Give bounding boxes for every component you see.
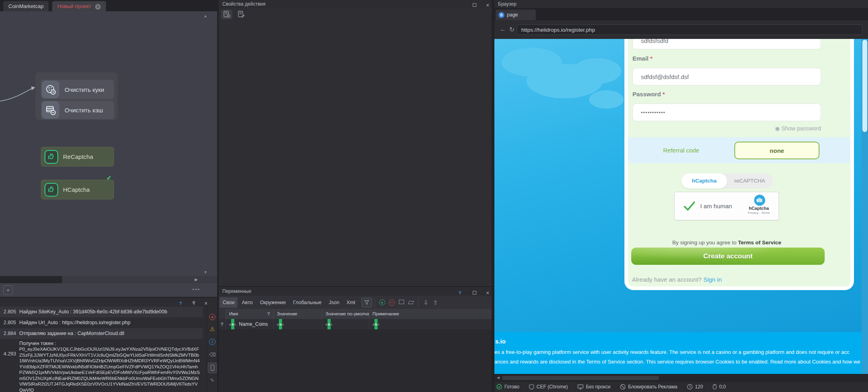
status-adblock[interactable]: Блокировать Реклама <box>620 384 677 390</box>
scrollbar-thumb[interactable] <box>862 40 867 132</box>
pin-icon[interactable] <box>191 299 197 307</box>
scroll-right-icon[interactable]: ▶ <box>195 277 198 282</box>
referral-input[interactable] <box>734 142 819 159</box>
browser-horizontal-scrollbar[interactable]: ◀ <box>494 374 868 381</box>
select-frame-button[interactable] <box>397 299 405 305</box>
show-password-toggle[interactable]: ◉ Show password <box>775 125 821 132</box>
scroll-left-icon[interactable]: ◀ <box>497 376 500 380</box>
node-hcaptcha[interactable]: HCaptcha <box>41 180 114 199</box>
log-row[interactable]: 2.805 Найден Url_Auto : https://helidrop… <box>0 317 203 328</box>
tab-environment[interactable]: Окружение <box>257 297 289 308</box>
footer-text-line: es a free-to-play gaming platform servic… <box>494 349 862 355</box>
page-vertical-scrollbar[interactable] <box>862 39 868 374</box>
tab-own-variables[interactable]: Свои <box>220 297 238 308</box>
puzzle-icon <box>45 150 58 164</box>
back-icon[interactable]: ← <box>500 26 506 33</box>
canvas-horizontal-scrollbar[interactable]: ▶ <box>0 276 217 283</box>
variable-note-cell[interactable]: abc <box>369 319 492 329</box>
filter-icon[interactable] <box>266 312 271 316</box>
close-tab-icon[interactable]: ✕ <box>95 4 101 10</box>
row-filter-icon <box>219 319 226 329</box>
canvas-scroll-up-icon[interactable]: ▲ <box>203 14 207 18</box>
log-row[interactable]: 2.805 Найден SiteKey_Auto : 391d405b-6e0… <box>0 307 203 317</box>
scrollbar-thumb[interactable] <box>502 376 659 380</box>
url-input[interactable] <box>517 24 862 35</box>
project-tabbar: CoinMarketcap Новый проект✕ <box>0 0 217 11</box>
email-input[interactable] <box>632 68 821 85</box>
action-edit-icon[interactable] <box>236 10 247 19</box>
filter-button[interactable] <box>362 298 372 307</box>
remove-variable-button[interactable]: − <box>388 299 396 306</box>
tab-hcaptcha[interactable]: hCaptcha <box>681 173 727 189</box>
brush-icon[interactable]: ✎ <box>209 377 215 384</box>
move-up-icon[interactable]: ⇧ <box>431 299 439 306</box>
node-clear-cache[interactable]: Очистить кэш <box>41 101 114 119</box>
browser-panel: Браузер h page ← ↻ Email * Password * <box>494 0 868 392</box>
log-row-token[interactable]: 4.293 Получен токен : P0_eyJ0eXAiOiJKV1Q… <box>0 339 203 392</box>
variable-default-cell[interactable]: abc <box>322 319 369 329</box>
more-options-icon[interactable]: ••• <box>192 286 200 292</box>
tab-json[interactable]: Json <box>325 297 342 308</box>
referral-section: Referral code <box>628 137 850 163</box>
refresh-icon[interactable]: ↻ <box>509 26 514 33</box>
canvas-scroll-down-icon[interactable]: ▼ <box>203 270 207 274</box>
status-timeout[interactable]: 120 <box>687 384 703 390</box>
footer-text-line: ances and rewards are disclosed in the T… <box>494 359 862 365</box>
filter-errors-icon[interactable]: ✕ <box>209 314 215 320</box>
mobile-view-button[interactable] <box>208 363 217 373</box>
eraser-button[interactable] <box>407 299 415 305</box>
log-row[interactable]: 2.884 Отправляю задание на : CapMonsterC… <box>0 328 203 339</box>
status-engine[interactable]: CEF (Chrome) <box>529 384 568 390</box>
variables-empty-area <box>219 330 492 392</box>
panel-title: Переменные <box>222 288 251 294</box>
cloud-shape <box>589 90 624 109</box>
username-input[interactable] <box>632 39 821 49</box>
close-icon[interactable]: ✕ <box>203 299 209 307</box>
node-recaptcha[interactable]: ReCaptcha <box>41 147 114 167</box>
status-proxy[interactable]: Без прокси <box>577 384 610 390</box>
add-action-button[interactable]: + <box>3 285 13 295</box>
add-variable-button[interactable]: + <box>378 299 386 305</box>
clear-log-icon[interactable]: ⌫ <box>209 351 215 358</box>
tab-auto-variables[interactable]: Авто <box>238 297 256 308</box>
help-icon[interactable]: ? <box>178 299 183 307</box>
terms-link[interactable]: Terms of Service <box>738 240 781 246</box>
project-tab-new-project[interactable]: Новый проект✕ <box>52 1 106 11</box>
workflow-canvas[interactable]: Очистить куки Очистить кэш <box>0 11 217 276</box>
column-header-name[interactable]: Имя <box>226 309 274 319</box>
puzzle-icon <box>45 183 58 197</box>
action-settings-icon[interactable] <box>221 10 232 19</box>
variable-name-cell[interactable]: abc Name_Coins <box>226 319 274 329</box>
create-account-button[interactable]: Create account <box>631 248 825 265</box>
node-label: Очистить кэш <box>65 107 103 114</box>
hcaptcha-privacy-terms[interactable]: Privacy - Terms <box>745 211 773 215</box>
tab-global-variables[interactable]: Глобальные <box>290 297 325 308</box>
register-form-card: Email * Password * ◉ Show password Refer… <box>624 39 854 290</box>
status-coordinates: 0;0 <box>713 384 726 390</box>
browser-tab-page[interactable]: h page <box>496 10 536 20</box>
variable-value-cell[interactable]: abc <box>274 319 322 329</box>
password-label: Password * <box>632 91 665 97</box>
token-label: Получен токен : <box>19 341 200 346</box>
panel-title: Свойства действия <box>222 1 265 7</box>
column-header-note[interactable]: Примечание <box>369 309 492 319</box>
password-input[interactable] <box>632 104 821 121</box>
monitor-icon <box>577 384 583 390</box>
log-time: 2.884 <box>0 328 16 339</box>
column-header-value[interactable]: Значение <box>274 309 322 319</box>
filter-info-icon[interactable]: i <box>209 339 215 345</box>
action-group[interactable]: Очистить куки Очистить кэш <box>35 72 118 120</box>
hcaptcha-widget[interactable]: I am human hCaptcha Privacy - Terms <box>674 192 779 220</box>
variable-row[interactable]: abc Name_Coins abc abc abc <box>219 319 492 330</box>
move-down-icon[interactable]: ⇩ <box>422 299 430 306</box>
panel-splitter[interactable] <box>492 0 494 392</box>
project-tab-coinmarketcap[interactable]: CoinMarketcap <box>3 1 49 11</box>
scrollbar-thumb[interactable] <box>0 276 62 283</box>
tab-xml[interactable]: Xml <box>344 297 359 308</box>
tab-recaptcha[interactable]: reCAPTCHA <box>727 173 773 189</box>
filter-warnings-icon[interactable]: ⚠ <box>209 326 215 332</box>
web-page-viewport[interactable]: Email * Password * ◉ Show password Refer… <box>494 39 862 374</box>
column-header-default[interactable]: Значение по-умолчанию <box>322 309 369 319</box>
node-clear-cookies[interactable]: Очистить куки <box>41 80 114 99</box>
signin-link[interactable]: Sign in <box>703 276 722 283</box>
